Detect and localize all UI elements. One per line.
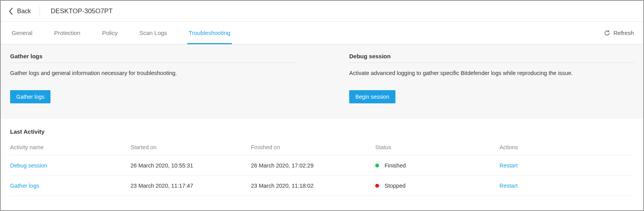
status-dot-icon [375, 184, 379, 188]
tab-troubleshooting[interactable]: Troubleshooting [187, 22, 232, 44]
tab-policy[interactable]: Policy [101, 22, 119, 44]
gather-logs-button[interactable]: Gather logs [10, 90, 50, 103]
activity-status: Finished [375, 162, 500, 169]
activity-name-link[interactable]: Debug session [10, 162, 131, 169]
activity-started: 26 March 2020, 10:55:31 [131, 162, 251, 169]
status-text: Finished [385, 162, 406, 169]
status-text: Stopped [385, 183, 406, 189]
activity-status: Stopped [375, 183, 500, 189]
back-button[interactable]: Back [9, 6, 40, 17]
last-activity-section: Last Activity Activity name Started on F… [1, 119, 643, 196]
status-dot-icon [375, 164, 379, 167]
activity-finished: 26 March 2020, 17:02:29 [251, 162, 375, 169]
tab-scan-logs[interactable]: Scan Logs [138, 22, 169, 44]
gather-logs-title: Gather logs [10, 53, 295, 63]
activity-table: Activity name Started on Finished on Sta… [10, 144, 634, 196]
tabs-row: General Protection Policy Scan Logs Trou… [1, 22, 643, 44]
gather-logs-panel: Gather logs Gather logs and general info… [10, 53, 295, 103]
debug-session-title: Debug session [349, 53, 634, 63]
col-header-actions: Actions [500, 144, 634, 150]
debug-session-panel: Debug session Activate advanced logging … [349, 53, 634, 103]
last-activity-title: Last Activity [10, 128, 634, 135]
activity-name-link[interactable]: Gather logs [10, 183, 131, 189]
activity-action-link[interactable]: Restart [500, 183, 634, 189]
back-label: Back [17, 8, 31, 15]
chevron-left-icon [9, 8, 13, 15]
debug-session-description: Activate advanced logging to gather spec… [349, 70, 634, 76]
troubleshooting-panels: Gather logs Gather logs and general info… [1, 44, 643, 119]
activity-action-link[interactable]: Restart [500, 162, 634, 169]
header-bar: Back DESKTOP-305O7PT [1, 1, 643, 22]
activity-finished: 23 March 2020, 11:18:02 [251, 183, 375, 189]
device-name: DESKTOP-305O7PT [51, 7, 113, 15]
refresh-icon [604, 30, 610, 36]
refresh-button[interactable]: Refresh [604, 30, 634, 36]
activity-started: 23 March 2020, 11:17:47 [131, 183, 251, 189]
col-header-status: Status [375, 144, 500, 150]
tab-protection[interactable]: Protection [52, 22, 82, 44]
table-row: Debug session 26 March 2020, 10:55:31 26… [10, 155, 634, 176]
tab-general[interactable]: General [10, 22, 34, 44]
activity-header-row: Activity name Started on Finished on Sta… [10, 144, 634, 155]
table-row: Gather logs 23 March 2020, 11:17:47 23 M… [10, 176, 634, 196]
refresh-label: Refresh [613, 30, 634, 36]
col-header-finished: Finished on [251, 144, 375, 150]
col-header-started: Started on [131, 144, 251, 150]
gather-logs-description: Gather logs and general information nece… [10, 70, 295, 76]
begin-session-button[interactable]: Begin session [349, 90, 395, 103]
col-header-name: Activity name [10, 144, 131, 150]
